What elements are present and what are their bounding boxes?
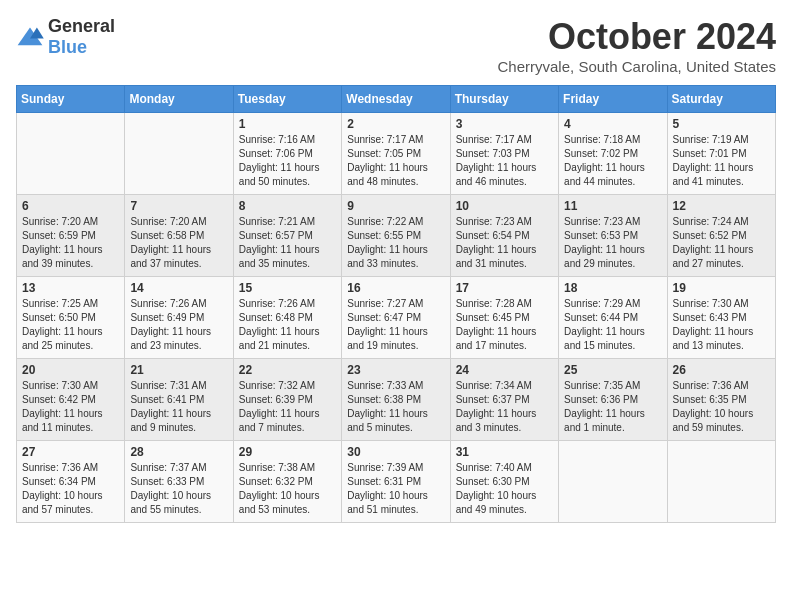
day-number: 13: [22, 281, 119, 295]
day-header-saturday: Saturday: [667, 86, 775, 113]
calendar-cell: 11Sunrise: 7:23 AM Sunset: 6:53 PM Dayli…: [559, 195, 667, 277]
day-number: 21: [130, 363, 227, 377]
calendar-cell: [17, 113, 125, 195]
calendar-cell: 27Sunrise: 7:36 AM Sunset: 6:34 PM Dayli…: [17, 441, 125, 523]
logo: General Blue: [16, 16, 115, 58]
logo-icon: [16, 26, 44, 48]
calendar-cell: [125, 113, 233, 195]
week-row-2: 6Sunrise: 7:20 AM Sunset: 6:59 PM Daylig…: [17, 195, 776, 277]
day-header-wednesday: Wednesday: [342, 86, 450, 113]
day-content: Sunrise: 7:22 AM Sunset: 6:55 PM Dayligh…: [347, 215, 444, 271]
day-content: Sunrise: 7:23 AM Sunset: 6:53 PM Dayligh…: [564, 215, 661, 271]
calendar-cell: 1Sunrise: 7:16 AM Sunset: 7:06 PM Daylig…: [233, 113, 341, 195]
day-number: 7: [130, 199, 227, 213]
day-number: 16: [347, 281, 444, 295]
day-content: Sunrise: 7:18 AM Sunset: 7:02 PM Dayligh…: [564, 133, 661, 189]
day-content: Sunrise: 7:29 AM Sunset: 6:44 PM Dayligh…: [564, 297, 661, 353]
day-number: 26: [673, 363, 770, 377]
calendar-cell: 26Sunrise: 7:36 AM Sunset: 6:35 PM Dayli…: [667, 359, 775, 441]
title-area: October 2024 Cherryvale, South Carolina,…: [498, 16, 776, 75]
day-number: 18: [564, 281, 661, 295]
day-content: Sunrise: 7:31 AM Sunset: 6:41 PM Dayligh…: [130, 379, 227, 435]
day-number: 6: [22, 199, 119, 213]
day-content: Sunrise: 7:34 AM Sunset: 6:37 PM Dayligh…: [456, 379, 553, 435]
calendar-cell: [559, 441, 667, 523]
calendar-cell: 13Sunrise: 7:25 AM Sunset: 6:50 PM Dayli…: [17, 277, 125, 359]
day-number: 25: [564, 363, 661, 377]
day-content: Sunrise: 7:26 AM Sunset: 6:49 PM Dayligh…: [130, 297, 227, 353]
day-content: Sunrise: 7:36 AM Sunset: 6:34 PM Dayligh…: [22, 461, 119, 517]
day-number: 17: [456, 281, 553, 295]
day-number: 28: [130, 445, 227, 459]
calendar-cell: 28Sunrise: 7:37 AM Sunset: 6:33 PM Dayli…: [125, 441, 233, 523]
day-number: 27: [22, 445, 119, 459]
calendar-cell: 14Sunrise: 7:26 AM Sunset: 6:49 PM Dayli…: [125, 277, 233, 359]
day-header-monday: Monday: [125, 86, 233, 113]
day-content: Sunrise: 7:20 AM Sunset: 6:59 PM Dayligh…: [22, 215, 119, 271]
calendar-cell: 17Sunrise: 7:28 AM Sunset: 6:45 PM Dayli…: [450, 277, 558, 359]
day-content: Sunrise: 7:20 AM Sunset: 6:58 PM Dayligh…: [130, 215, 227, 271]
day-content: Sunrise: 7:17 AM Sunset: 7:03 PM Dayligh…: [456, 133, 553, 189]
day-header-tuesday: Tuesday: [233, 86, 341, 113]
location-title: Cherryvale, South Carolina, United State…: [498, 58, 776, 75]
day-content: Sunrise: 7:30 AM Sunset: 6:42 PM Dayligh…: [22, 379, 119, 435]
day-content: Sunrise: 7:27 AM Sunset: 6:47 PM Dayligh…: [347, 297, 444, 353]
day-number: 30: [347, 445, 444, 459]
day-content: Sunrise: 7:30 AM Sunset: 6:43 PM Dayligh…: [673, 297, 770, 353]
header: General Blue October 2024 Cherryvale, So…: [16, 16, 776, 75]
calendar-cell: 23Sunrise: 7:33 AM Sunset: 6:38 PM Dayli…: [342, 359, 450, 441]
week-row-5: 27Sunrise: 7:36 AM Sunset: 6:34 PM Dayli…: [17, 441, 776, 523]
week-row-1: 1Sunrise: 7:16 AM Sunset: 7:06 PM Daylig…: [17, 113, 776, 195]
calendar-cell: 30Sunrise: 7:39 AM Sunset: 6:31 PM Dayli…: [342, 441, 450, 523]
calendar-cell: 24Sunrise: 7:34 AM Sunset: 6:37 PM Dayli…: [450, 359, 558, 441]
day-number: 24: [456, 363, 553, 377]
day-content: Sunrise: 7:25 AM Sunset: 6:50 PM Dayligh…: [22, 297, 119, 353]
day-number: 15: [239, 281, 336, 295]
day-header-sunday: Sunday: [17, 86, 125, 113]
calendar-cell: 5Sunrise: 7:19 AM Sunset: 7:01 PM Daylig…: [667, 113, 775, 195]
day-header-friday: Friday: [559, 86, 667, 113]
day-content: Sunrise: 7:21 AM Sunset: 6:57 PM Dayligh…: [239, 215, 336, 271]
calendar-cell: 19Sunrise: 7:30 AM Sunset: 6:43 PM Dayli…: [667, 277, 775, 359]
day-header-thursday: Thursday: [450, 86, 558, 113]
day-number: 3: [456, 117, 553, 131]
calendar-cell: 31Sunrise: 7:40 AM Sunset: 6:30 PM Dayli…: [450, 441, 558, 523]
day-number: 4: [564, 117, 661, 131]
calendar-cell: 7Sunrise: 7:20 AM Sunset: 6:58 PM Daylig…: [125, 195, 233, 277]
day-content: Sunrise: 7:17 AM Sunset: 7:05 PM Dayligh…: [347, 133, 444, 189]
day-number: 23: [347, 363, 444, 377]
day-number: 31: [456, 445, 553, 459]
day-content: Sunrise: 7:38 AM Sunset: 6:32 PM Dayligh…: [239, 461, 336, 517]
calendar-cell: 2Sunrise: 7:17 AM Sunset: 7:05 PM Daylig…: [342, 113, 450, 195]
day-number: 12: [673, 199, 770, 213]
day-number: 2: [347, 117, 444, 131]
calendar-cell: 6Sunrise: 7:20 AM Sunset: 6:59 PM Daylig…: [17, 195, 125, 277]
calendar-cell: 16Sunrise: 7:27 AM Sunset: 6:47 PM Dayli…: [342, 277, 450, 359]
calendar-cell: 20Sunrise: 7:30 AM Sunset: 6:42 PM Dayli…: [17, 359, 125, 441]
day-number: 1: [239, 117, 336, 131]
calendar-cell: 18Sunrise: 7:29 AM Sunset: 6:44 PM Dayli…: [559, 277, 667, 359]
day-content: Sunrise: 7:40 AM Sunset: 6:30 PM Dayligh…: [456, 461, 553, 517]
day-content: Sunrise: 7:39 AM Sunset: 6:31 PM Dayligh…: [347, 461, 444, 517]
day-number: 10: [456, 199, 553, 213]
calendar-cell: 25Sunrise: 7:35 AM Sunset: 6:36 PM Dayli…: [559, 359, 667, 441]
logo-text: General Blue: [48, 16, 115, 58]
day-number: 5: [673, 117, 770, 131]
calendar-cell: 12Sunrise: 7:24 AM Sunset: 6:52 PM Dayli…: [667, 195, 775, 277]
calendar-cell: 29Sunrise: 7:38 AM Sunset: 6:32 PM Dayli…: [233, 441, 341, 523]
day-number: 20: [22, 363, 119, 377]
day-number: 19: [673, 281, 770, 295]
day-number: 8: [239, 199, 336, 213]
day-number: 14: [130, 281, 227, 295]
day-number: 11: [564, 199, 661, 213]
calendar-cell: 8Sunrise: 7:21 AM Sunset: 6:57 PM Daylig…: [233, 195, 341, 277]
calendar-cell: 4Sunrise: 7:18 AM Sunset: 7:02 PM Daylig…: [559, 113, 667, 195]
week-row-3: 13Sunrise: 7:25 AM Sunset: 6:50 PM Dayli…: [17, 277, 776, 359]
calendar-table: SundayMondayTuesdayWednesdayThursdayFrid…: [16, 85, 776, 523]
day-number: 29: [239, 445, 336, 459]
day-content: Sunrise: 7:19 AM Sunset: 7:01 PM Dayligh…: [673, 133, 770, 189]
calendar-cell: [667, 441, 775, 523]
day-content: Sunrise: 7:33 AM Sunset: 6:38 PM Dayligh…: [347, 379, 444, 435]
week-row-4: 20Sunrise: 7:30 AM Sunset: 6:42 PM Dayli…: [17, 359, 776, 441]
calendar-cell: 9Sunrise: 7:22 AM Sunset: 6:55 PM Daylig…: [342, 195, 450, 277]
